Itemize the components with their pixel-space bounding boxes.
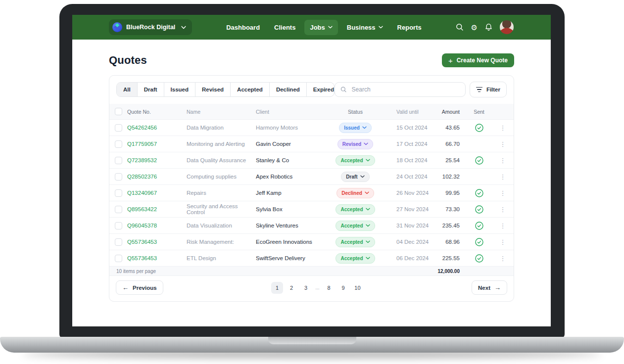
next-label: Next	[478, 285, 490, 291]
status-badge[interactable]: Accepted	[336, 253, 375, 264]
create-new-quote-button[interactable]: + Create New Quote	[442, 53, 514, 67]
avatar[interactable]	[500, 20, 514, 34]
row-checkbox[interactable]	[115, 238, 122, 246]
page-number-9[interactable]: 9	[337, 282, 349, 294]
search-box	[335, 82, 466, 97]
row-menu-button[interactable]: ⋮	[500, 141, 506, 147]
next-page-button[interactable]: Next →	[472, 280, 507, 295]
search-input[interactable]	[351, 86, 460, 93]
client-name: Skyline Ventures	[256, 223, 330, 228]
filter-button[interactable]: Filter	[470, 82, 507, 97]
page-number-8[interactable]: 8	[323, 282, 335, 294]
page-number-2[interactable]: 2	[286, 282, 297, 294]
row-menu-button[interactable]: ⋮	[500, 125, 506, 131]
quote-name: Repairs	[187, 190, 256, 196]
tab-draft[interactable]: Draft	[138, 83, 164, 96]
valid-until: 06 Dec 2024	[381, 255, 430, 261]
chevron-down-icon	[181, 26, 186, 29]
sent-cell	[462, 124, 496, 132]
status-badge[interactable]: Accepted	[336, 221, 375, 231]
client-name: SwiftServe Delivery	[256, 255, 330, 261]
status-badge[interactable]: Issued	[339, 123, 372, 133]
sent-cell	[462, 254, 496, 263]
chevron-down-icon	[366, 224, 370, 227]
quote-no-link[interactable]: Q55736453	[127, 239, 157, 245]
tab-accepted[interactable]: Accepted	[231, 83, 270, 96]
sent-cell	[462, 205, 496, 214]
bell-icon[interactable]	[485, 23, 492, 31]
row-menu-button[interactable]: ⋮	[500, 190, 506, 196]
search-icon[interactable]	[456, 23, 464, 31]
quote-name: Computing supplies	[187, 174, 256, 180]
quote-no-link[interactable]: Q72389532	[127, 157, 157, 163]
status-badge[interactable]: Accepted	[336, 155, 375, 166]
row-checkbox[interactable]	[115, 206, 122, 213]
quote-no-link[interactable]: Q28502376	[127, 174, 157, 180]
tab-declined[interactable]: Declined	[270, 83, 307, 96]
valid-until: 15 Oct 2024	[381, 125, 430, 131]
navbar-actions: ⚙	[456, 20, 514, 34]
quote-no-link[interactable]: Q55736453	[127, 255, 157, 261]
quote-name: Security and Access Control	[187, 203, 256, 215]
row-checkbox[interactable]	[115, 157, 122, 164]
tab-revised[interactable]: Revised	[195, 83, 231, 96]
row-checkbox[interactable]	[115, 124, 122, 132]
nav-item-jobs[interactable]: Jobs	[304, 20, 337, 35]
quote-no-link[interactable]: Q96045378	[127, 223, 157, 228]
row-checkbox[interactable]	[115, 222, 122, 229]
valid-until: 31 Nov 2024	[381, 223, 430, 228]
row-menu-button[interactable]: ⋮	[500, 157, 506, 164]
gear-icon[interactable]: ⚙	[471, 24, 478, 31]
table-toolbar: AllDraftIssuedRevisedAcceptedDeclinedExp…	[109, 76, 514, 104]
row-menu-button[interactable]: ⋮	[500, 206, 506, 213]
valid-until: 26 Nov 2024	[381, 190, 430, 196]
previous-label: Previous	[133, 285, 157, 291]
row-checkbox[interactable]	[115, 140, 122, 148]
status-filter-tabs: AllDraftIssuedRevisedAcceptedDeclinedExp…	[116, 82, 335, 97]
page-number-1[interactable]: 1	[271, 282, 283, 294]
nav-item-reports[interactable]: Reports	[392, 20, 427, 35]
status-badge[interactable]: Accepted	[336, 204, 375, 215]
status-badge[interactable]: Draft	[341, 172, 369, 182]
brand-switcher[interactable]: BlueRock Digital	[109, 19, 192, 35]
quote-no-link[interactable]: Q54262456	[127, 125, 157, 131]
status-badge[interactable]: Revised	[337, 139, 373, 149]
amount: 66.70	[430, 141, 462, 147]
sent-cell	[462, 156, 496, 165]
row-menu-button[interactable]: ⋮	[500, 255, 506, 262]
sent-check-icon	[475, 205, 483, 214]
nav-item-dashboard[interactable]: Dashboard	[221, 20, 265, 35]
quote-no-link[interactable]: Q13240967	[127, 190, 157, 196]
chevron-down-icon	[366, 257, 370, 260]
row-menu-button[interactable]: ⋮	[500, 174, 506, 180]
quotes-card: AllDraftIssuedRevisedAcceptedDeclinedExp…	[109, 75, 514, 302]
page-number-3[interactable]: 3	[300, 282, 312, 294]
row-checkbox[interactable]	[115, 255, 122, 262]
row-menu-button[interactable]: ⋮	[500, 223, 506, 229]
client-name: Sylvia Box	[256, 206, 330, 212]
amount: 73.30	[430, 206, 462, 212]
sent-check-icon	[475, 238, 483, 246]
tab-expired[interactable]: Expired	[307, 83, 335, 96]
quote-no-link[interactable]: Q17759057	[127, 141, 157, 147]
status-badge[interactable]: Declined	[336, 188, 374, 198]
quote-name: Data Migration	[187, 125, 256, 131]
previous-page-button[interactable]: ← Previous	[116, 280, 163, 295]
nav-item-clients[interactable]: Clients	[269, 20, 301, 35]
valid-until: 04 Dec 2024	[381, 239, 430, 245]
tab-issued[interactable]: Issued	[164, 83, 195, 96]
page-number-10[interactable]: 10	[351, 282, 363, 294]
row-checkbox[interactable]	[115, 189, 122, 197]
nav-item-label: Dashboard	[226, 24, 260, 31]
select-all-checkbox[interactable]	[115, 108, 122, 115]
status-badge[interactable]: Accepted	[336, 237, 375, 247]
nav-item-business[interactable]: Business	[341, 20, 388, 35]
row-checkbox[interactable]	[115, 173, 122, 181]
table-body: Q54262456Data MigrationHarmony MotorsIss…	[109, 120, 514, 267]
sent-cell	[462, 238, 496, 246]
tab-all[interactable]: All	[117, 83, 138, 96]
sent-cell	[462, 189, 496, 197]
quote-no-link[interactable]: Q89563422	[127, 206, 157, 212]
row-menu-button[interactable]: ⋮	[500, 239, 506, 245]
chevron-down-icon	[366, 208, 370, 211]
